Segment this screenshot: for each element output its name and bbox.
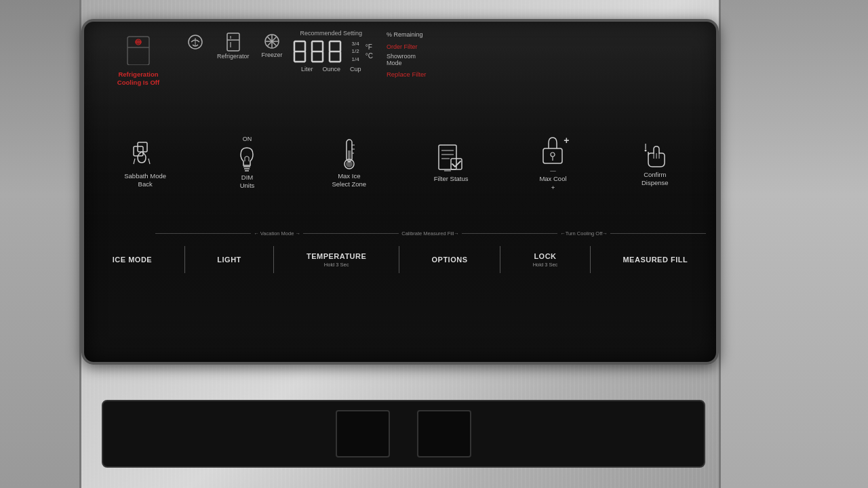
vacation-mode-divider: ← Vacation Mode → Calibrate Measured Fil… (94, 230, 706, 237)
confirm-dispense-label: ConfirmDispense (642, 171, 669, 188)
refrigeration-status: Refrigeration Cooling Is Off (98, 35, 179, 87)
light-label: LIGHT (217, 256, 241, 264)
control-panel: Refrigeration Cooling Is Off (81, 19, 719, 365)
filter-status-icon (436, 142, 466, 175)
calibrate-label: Calibrate Measured Fill→ (401, 230, 459, 237)
plus-indicator: + (564, 135, 569, 146)
freezer-label: Freezer (262, 52, 283, 58)
left-panel (0, 0, 81, 488)
dispenser-area (102, 400, 705, 468)
options-label: OPTIONS (431, 256, 467, 264)
temp-unit-icons: °F °C (366, 43, 373, 60)
vacation-mode-label: ← Vacation Mode → (254, 230, 300, 237)
measured-fill-label: MEASURED FILL (623, 256, 688, 264)
dim-units-button[interactable]: ON DIMUnits (216, 136, 277, 190)
dispenser-slot-right (417, 410, 471, 458)
divider-3 (399, 246, 399, 273)
fridge-outline-icon (125, 35, 151, 65)
cooling-off-text: Refrigeration Cooling Is Off (117, 70, 159, 87)
volume-labels: 3/4 1/2 1/4 (352, 40, 359, 63)
max-ice-label: Max IceSelect Zone (332, 172, 366, 189)
refrigerator-icon-item: Refrigerator (217, 33, 250, 60)
ice-water-icon (128, 137, 162, 172)
top-icons-row: Refrigerator Freezer (186, 33, 283, 60)
max-cool-minus: — (550, 167, 556, 174)
unit-labels: Liter Ounce Cup (301, 66, 361, 73)
turn-cooling-label: ←Turn Cooling Off→ (560, 230, 608, 237)
temperature-label: TEMPERATURE (307, 252, 366, 260)
basket-icon-item (186, 33, 205, 52)
bottom-labels-row: ICE MODE LIGHT TEMPERATURE Hold 3 Sec OP… (84, 238, 716, 277)
max-cool-label: Max Cool+ (539, 175, 566, 192)
dim-units-label: DIMUnits (240, 174, 255, 190)
digit-display: 3/4 1/2 1/4 °F °C (290, 39, 373, 64)
ice-mode-label: ICE MODE (113, 256, 152, 264)
right-panel (719, 0, 868, 488)
lock-hold-label: Hold 3 Sec (533, 262, 558, 268)
refrigerator-label: Refrigerator (217, 53, 250, 60)
lock-bottom[interactable]: LOCK Hold 3 Sec (533, 252, 558, 268)
sabbath-mode-label: Sabbath ModeBack (124, 172, 166, 189)
svg-point-61 (551, 152, 555, 157)
percent-remaining-label: % Remaining (387, 31, 427, 38)
divider-5 (590, 246, 591, 273)
ounce-label: Ounce (322, 66, 340, 73)
divider-1 (184, 246, 185, 273)
svg-line-40 (134, 159, 135, 164)
sabbath-mode-button[interactable]: Sabbath ModeBack (115, 137, 176, 189)
max-ice-button[interactable]: Max IceSelect Zone (319, 137, 380, 189)
on-indicator: ON (243, 136, 252, 142)
digit-3 (328, 39, 342, 64)
snowflake-icon (263, 33, 281, 50)
fridge-body: Refrigeration Cooling Is Off (0, 0, 868, 488)
replace-filter-label: Replace Filter (387, 70, 427, 78)
cup-label: Cup (350, 66, 361, 73)
light-bottom[interactable]: LIGHT (217, 256, 241, 264)
lock-label: LOCK (534, 252, 556, 260)
svg-point-50 (346, 161, 353, 167)
basket-icon (186, 33, 205, 52)
svg-rect-60 (543, 148, 562, 163)
divider-section: ← Vacation Mode → Calibrate Measured Fil… (84, 230, 716, 237)
refrigerator-icon (224, 33, 242, 52)
display-section: Recommended Setting (290, 30, 373, 73)
svg-rect-5 (227, 33, 239, 51)
top-section: Refrigeration Cooling Is Off (84, 22, 716, 89)
ice-mode-bottom[interactable]: ICE MODE (113, 256, 152, 264)
temperature-bottom[interactable]: TEMPERATURE Hold 3 Sec (307, 252, 366, 268)
confirm-dispense-button[interactable]: ConfirmDispense (625, 138, 686, 188)
fahrenheit-icon: °F (366, 43, 373, 51)
confirm-dispense-icon (640, 138, 670, 171)
seg-display (292, 39, 342, 64)
options-bottom[interactable]: OPTIONS (431, 256, 467, 264)
max-cool-button[interactable]: + — Max Cool+ (522, 134, 583, 192)
digit-1 (292, 39, 307, 64)
recommended-setting-label: Recommended Setting (300, 30, 362, 37)
light-bulb-icon (234, 144, 260, 174)
celsius-icon: °C (366, 52, 373, 60)
svg-point-67 (644, 149, 646, 151)
svg-line-41 (149, 159, 150, 164)
buttons-row: Sabbath ModeBack ON DIMUnits (84, 95, 716, 230)
lock-open-icon (539, 134, 566, 166)
divider-4 (500, 246, 500, 273)
filter-status-label: Filter Status (434, 175, 469, 183)
digit-2 (310, 39, 325, 64)
dispenser-slot-left (336, 410, 390, 458)
freezer-icon-item: Freezer (262, 33, 283, 58)
thermometer-icon (336, 137, 363, 172)
right-info-panel: % Remaining Order Filter ShowroomMode Re… (387, 31, 427, 78)
temperature-hold-label: Hold 3 Sec (324, 262, 349, 268)
order-filter-label: Order Filter (387, 43, 427, 50)
liter-label: Liter (301, 66, 313, 73)
measured-fill-bottom[interactable]: MEASURED FILL (623, 256, 688, 264)
showroom-mode-label: ShowroomMode (387, 53, 427, 66)
filter-status-button[interactable]: Filter Status (420, 142, 481, 183)
divider-2 (273, 246, 274, 273)
